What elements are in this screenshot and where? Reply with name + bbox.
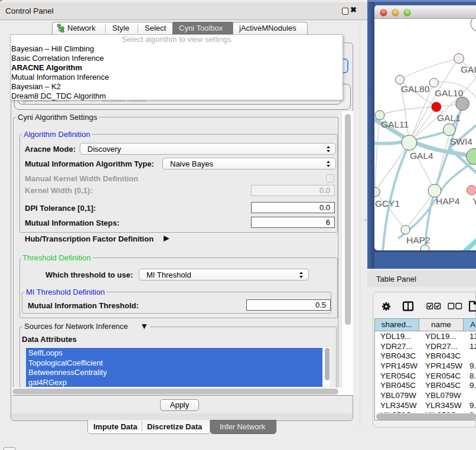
svg-text:GAL11: GAL11 bbox=[381, 119, 409, 129]
svg-text:GCY1: GCY1 bbox=[375, 198, 400, 208]
svg-text:SWI4: SWI4 bbox=[450, 136, 472, 146]
svg-text:GAL4: GAL4 bbox=[410, 151, 433, 161]
svg-text:GAL10: GAL10 bbox=[435, 88, 464, 98]
svg-text:HAP4: HAP4 bbox=[436, 196, 460, 206]
svg-text:GAL80: GAL80 bbox=[401, 84, 430, 94]
svg-text:GAL2: GAL2 bbox=[461, 64, 476, 74]
svg-text:YB: YB bbox=[472, 196, 476, 206]
svg-text:HAP2: HAP2 bbox=[406, 235, 431, 245]
svg-text:GAL1: GAL1 bbox=[437, 113, 461, 123]
